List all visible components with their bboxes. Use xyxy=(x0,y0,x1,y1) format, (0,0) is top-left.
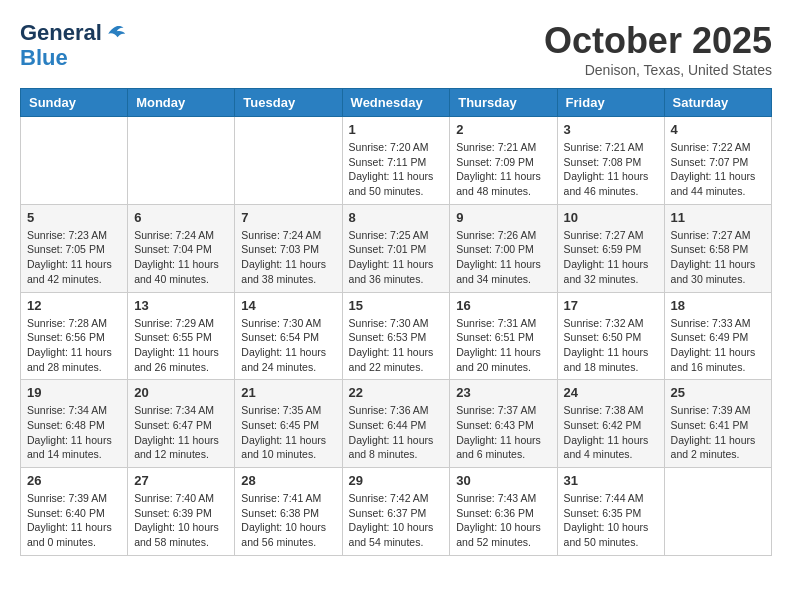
day-content: Sunrise: 7:34 AM Sunset: 6:48 PM Dayligh… xyxy=(27,403,121,462)
day-content: Sunrise: 7:34 AM Sunset: 6:47 PM Dayligh… xyxy=(134,403,228,462)
table-row: 16Sunrise: 7:31 AM Sunset: 6:51 PM Dayli… xyxy=(450,292,557,380)
col-monday: Monday xyxy=(128,89,235,117)
table-row: 7Sunrise: 7:24 AM Sunset: 7:03 PM Daylig… xyxy=(235,204,342,292)
logo: General Blue xyxy=(20,20,126,70)
table-row: 30Sunrise: 7:43 AM Sunset: 6:36 PM Dayli… xyxy=(450,468,557,556)
day-number: 6 xyxy=(134,210,228,225)
day-number: 14 xyxy=(241,298,335,313)
table-row xyxy=(235,117,342,205)
day-content: Sunrise: 7:38 AM Sunset: 6:42 PM Dayligh… xyxy=(564,403,658,462)
day-content: Sunrise: 7:21 AM Sunset: 7:09 PM Dayligh… xyxy=(456,140,550,199)
day-content: Sunrise: 7:39 AM Sunset: 6:41 PM Dayligh… xyxy=(671,403,765,462)
day-number: 1 xyxy=(349,122,444,137)
day-content: Sunrise: 7:27 AM Sunset: 6:59 PM Dayligh… xyxy=(564,228,658,287)
day-number: 19 xyxy=(27,385,121,400)
table-row: 26Sunrise: 7:39 AM Sunset: 6:40 PM Dayli… xyxy=(21,468,128,556)
table-row: 11Sunrise: 7:27 AM Sunset: 6:58 PM Dayli… xyxy=(664,204,771,292)
day-number: 15 xyxy=(349,298,444,313)
table-row: 9Sunrise: 7:26 AM Sunset: 7:00 PM Daylig… xyxy=(450,204,557,292)
day-number: 9 xyxy=(456,210,550,225)
table-row: 31Sunrise: 7:44 AM Sunset: 6:35 PM Dayli… xyxy=(557,468,664,556)
day-number: 21 xyxy=(241,385,335,400)
table-row: 5Sunrise: 7:23 AM Sunset: 7:05 PM Daylig… xyxy=(21,204,128,292)
day-content: Sunrise: 7:22 AM Sunset: 7:07 PM Dayligh… xyxy=(671,140,765,199)
day-number: 20 xyxy=(134,385,228,400)
day-content: Sunrise: 7:43 AM Sunset: 6:36 PM Dayligh… xyxy=(456,491,550,550)
day-content: Sunrise: 7:33 AM Sunset: 6:49 PM Dayligh… xyxy=(671,316,765,375)
day-content: Sunrise: 7:39 AM Sunset: 6:40 PM Dayligh… xyxy=(27,491,121,550)
table-row: 18Sunrise: 7:33 AM Sunset: 6:49 PM Dayli… xyxy=(664,292,771,380)
table-row xyxy=(664,468,771,556)
day-number: 12 xyxy=(27,298,121,313)
day-number: 18 xyxy=(671,298,765,313)
day-number: 16 xyxy=(456,298,550,313)
day-number: 31 xyxy=(564,473,658,488)
calendar-week-2: 5Sunrise: 7:23 AM Sunset: 7:05 PM Daylig… xyxy=(21,204,772,292)
table-row: 15Sunrise: 7:30 AM Sunset: 6:53 PM Dayli… xyxy=(342,292,450,380)
table-row: 20Sunrise: 7:34 AM Sunset: 6:47 PM Dayli… xyxy=(128,380,235,468)
day-content: Sunrise: 7:29 AM Sunset: 6:55 PM Dayligh… xyxy=(134,316,228,375)
day-content: Sunrise: 7:20 AM Sunset: 7:11 PM Dayligh… xyxy=(349,140,444,199)
day-number: 25 xyxy=(671,385,765,400)
col-wednesday: Wednesday xyxy=(342,89,450,117)
day-content: Sunrise: 7:28 AM Sunset: 6:56 PM Dayligh… xyxy=(27,316,121,375)
table-row: 2Sunrise: 7:21 AM Sunset: 7:09 PM Daylig… xyxy=(450,117,557,205)
table-row: 24Sunrise: 7:38 AM Sunset: 6:42 PM Dayli… xyxy=(557,380,664,468)
calendar-week-5: 26Sunrise: 7:39 AM Sunset: 6:40 PM Dayli… xyxy=(21,468,772,556)
day-number: 17 xyxy=(564,298,658,313)
day-number: 28 xyxy=(241,473,335,488)
table-row xyxy=(21,117,128,205)
day-content: Sunrise: 7:26 AM Sunset: 7:00 PM Dayligh… xyxy=(456,228,550,287)
table-row: 12Sunrise: 7:28 AM Sunset: 6:56 PM Dayli… xyxy=(21,292,128,380)
calendar-week-4: 19Sunrise: 7:34 AM Sunset: 6:48 PM Dayli… xyxy=(21,380,772,468)
col-thursday: Thursday xyxy=(450,89,557,117)
day-content: Sunrise: 7:41 AM Sunset: 6:38 PM Dayligh… xyxy=(241,491,335,550)
table-row: 22Sunrise: 7:36 AM Sunset: 6:44 PM Dayli… xyxy=(342,380,450,468)
day-content: Sunrise: 7:37 AM Sunset: 6:43 PM Dayligh… xyxy=(456,403,550,462)
logo-blue-label: Blue xyxy=(20,46,68,70)
day-number: 4 xyxy=(671,122,765,137)
table-row: 13Sunrise: 7:29 AM Sunset: 6:55 PM Dayli… xyxy=(128,292,235,380)
day-number: 5 xyxy=(27,210,121,225)
col-sunday: Sunday xyxy=(21,89,128,117)
day-content: Sunrise: 7:21 AM Sunset: 7:08 PM Dayligh… xyxy=(564,140,658,199)
table-row xyxy=(128,117,235,205)
day-number: 3 xyxy=(564,122,658,137)
day-content: Sunrise: 7:30 AM Sunset: 6:54 PM Dayligh… xyxy=(241,316,335,375)
day-content: Sunrise: 7:30 AM Sunset: 6:53 PM Dayligh… xyxy=(349,316,444,375)
day-content: Sunrise: 7:42 AM Sunset: 6:37 PM Dayligh… xyxy=(349,491,444,550)
location: Denison, Texas, United States xyxy=(544,62,772,78)
table-row: 10Sunrise: 7:27 AM Sunset: 6:59 PM Dayli… xyxy=(557,204,664,292)
table-row: 23Sunrise: 7:37 AM Sunset: 6:43 PM Dayli… xyxy=(450,380,557,468)
day-content: Sunrise: 7:27 AM Sunset: 6:58 PM Dayligh… xyxy=(671,228,765,287)
day-content: Sunrise: 7:32 AM Sunset: 6:50 PM Dayligh… xyxy=(564,316,658,375)
month-title: October 2025 xyxy=(544,20,772,62)
day-content: Sunrise: 7:31 AM Sunset: 6:51 PM Dayligh… xyxy=(456,316,550,375)
col-saturday: Saturday xyxy=(664,89,771,117)
header: General Blue October 2025 Denison, Texas… xyxy=(20,20,772,78)
day-number: 24 xyxy=(564,385,658,400)
col-tuesday: Tuesday xyxy=(235,89,342,117)
table-row: 19Sunrise: 7:34 AM Sunset: 6:48 PM Dayli… xyxy=(21,380,128,468)
day-number: 13 xyxy=(134,298,228,313)
table-row: 17Sunrise: 7:32 AM Sunset: 6:50 PM Dayli… xyxy=(557,292,664,380)
day-number: 7 xyxy=(241,210,335,225)
table-row: 14Sunrise: 7:30 AM Sunset: 6:54 PM Dayli… xyxy=(235,292,342,380)
title-section: October 2025 Denison, Texas, United Stat… xyxy=(544,20,772,78)
day-number: 2 xyxy=(456,122,550,137)
calendar-week-1: 1Sunrise: 7:20 AM Sunset: 7:11 PM Daylig… xyxy=(21,117,772,205)
table-row: 28Sunrise: 7:41 AM Sunset: 6:38 PM Dayli… xyxy=(235,468,342,556)
day-number: 22 xyxy=(349,385,444,400)
day-content: Sunrise: 7:24 AM Sunset: 7:04 PM Dayligh… xyxy=(134,228,228,287)
table-row: 1Sunrise: 7:20 AM Sunset: 7:11 PM Daylig… xyxy=(342,117,450,205)
day-number: 23 xyxy=(456,385,550,400)
table-row: 29Sunrise: 7:42 AM Sunset: 6:37 PM Dayli… xyxy=(342,468,450,556)
day-content: Sunrise: 7:24 AM Sunset: 7:03 PM Dayligh… xyxy=(241,228,335,287)
day-number: 29 xyxy=(349,473,444,488)
day-content: Sunrise: 7:23 AM Sunset: 7:05 PM Dayligh… xyxy=(27,228,121,287)
logo-general-text: General xyxy=(20,20,102,46)
day-content: Sunrise: 7:36 AM Sunset: 6:44 PM Dayligh… xyxy=(349,403,444,462)
day-content: Sunrise: 7:44 AM Sunset: 6:35 PM Dayligh… xyxy=(564,491,658,550)
day-number: 30 xyxy=(456,473,550,488)
table-row: 27Sunrise: 7:40 AM Sunset: 6:39 PM Dayli… xyxy=(128,468,235,556)
